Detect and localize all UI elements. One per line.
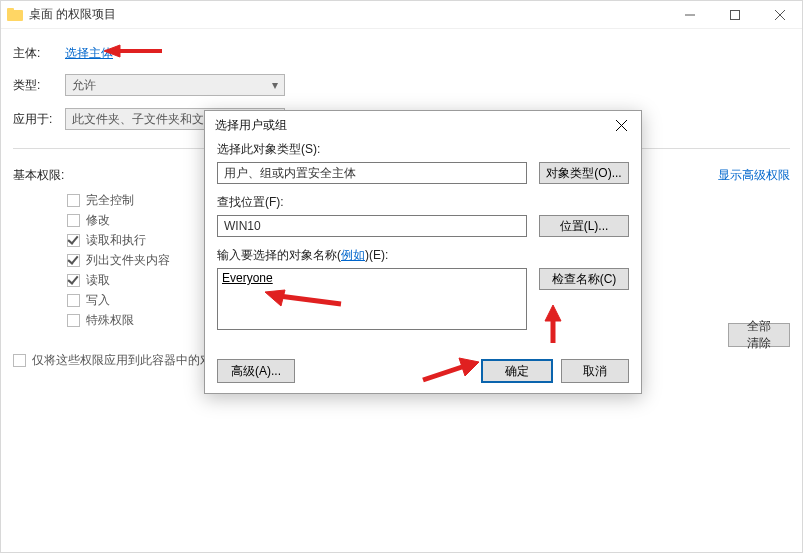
cancel-button-label: 取消 <box>583 363 607 380</box>
object-type-value: 用户、组或内置安全主体 <box>224 165 356 182</box>
clear-all-button[interactable]: 全部清除 <box>728 323 790 347</box>
applies-label: 应用于: <box>13 111 65 128</box>
basic-permissions-label: 基本权限: <box>13 167 64 184</box>
checkbox[interactable] <box>67 234 80 247</box>
dialog-close-button[interactable] <box>601 111 641 139</box>
principal-row: 主体: 选择主体 <box>13 45 790 62</box>
maximize-button[interactable] <box>712 1 757 29</box>
name-label-pre: 输入要选择的对象名称( <box>217 248 341 262</box>
advanced-button-label: 高级(A)... <box>231 363 281 380</box>
checkbox[interactable] <box>67 274 80 287</box>
permission-label: 列出文件夹内容 <box>86 252 170 269</box>
principal-label: 主体: <box>13 45 65 62</box>
locations-button[interactable]: 位置(L)... <box>539 215 629 237</box>
example-link[interactable]: 例如 <box>341 248 365 262</box>
select-principal-link[interactable]: 选择主体 <box>65 45 113 62</box>
location-row: WIN10 位置(L)... <box>217 215 629 237</box>
parent-window-title: 桌面 的权限项目 <box>29 6 667 23</box>
show-advanced-link[interactable]: 显示高级权限 <box>718 167 790 184</box>
svg-rect-1 <box>730 10 739 19</box>
permission-label: 读取 <box>86 272 110 289</box>
name-label-post: )(E): <box>365 248 388 262</box>
dialog-body: 选择此对象类型(S): 用户、组或内置安全主体 对象类型(O)... 查找位置(… <box>217 141 629 393</box>
ok-button-label: 确定 <box>505 363 529 380</box>
checkbox[interactable] <box>13 354 26 367</box>
object-names-row: Everyone 检查名称(C) <box>217 268 629 330</box>
location-field[interactable]: WIN10 <box>217 215 527 237</box>
dialog-titlebar: 选择用户或组 <box>205 111 641 139</box>
type-row: 类型: 允许 ▾ <box>13 74 790 96</box>
permission-label: 完全控制 <box>86 192 134 209</box>
check-names-button[interactable]: 检查名称(C) <box>539 268 629 290</box>
checkbox[interactable] <box>67 214 80 227</box>
checkbox[interactable] <box>67 254 80 267</box>
permission-label: 特殊权限 <box>86 312 134 329</box>
type-select[interactable]: 允许 ▾ <box>65 74 285 96</box>
object-type-label: 选择此对象类型(S): <box>217 141 629 158</box>
object-names-label: 输入要选择的对象名称(例如)(E): <box>217 247 629 264</box>
cancel-button[interactable]: 取消 <box>561 359 629 383</box>
advanced-button[interactable]: 高级(A)... <box>217 359 295 383</box>
parent-titlebar: 桌面 的权限项目 <box>1 1 802 29</box>
location-value: WIN10 <box>224 219 261 233</box>
object-name-value: Everyone <box>222 271 273 285</box>
type-label: 类型: <box>13 77 65 94</box>
minimize-button[interactable] <box>667 1 712 29</box>
clear-all-label: 全部清除 <box>747 318 771 352</box>
check-names-button-label: 检查名称(C) <box>552 271 617 288</box>
location-label: 查找位置(F): <box>217 194 629 211</box>
locations-button-label: 位置(L)... <box>560 218 609 235</box>
checkbox[interactable] <box>67 194 80 207</box>
object-types-button-label: 对象类型(O)... <box>546 165 621 182</box>
close-button[interactable] <box>757 1 802 29</box>
type-select-value: 允许 <box>72 77 96 94</box>
select-user-group-dialog: 选择用户或组 选择此对象类型(S): 用户、组或内置安全主体 对象类型(O)..… <box>204 110 642 394</box>
checkbox[interactable] <box>67 294 80 307</box>
object-type-row: 用户、组或内置安全主体 对象类型(O)... <box>217 162 629 184</box>
object-names-input[interactable]: Everyone <box>217 268 527 330</box>
dialog-title: 选择用户或组 <box>215 117 601 134</box>
checkbox[interactable] <box>67 314 80 327</box>
object-types-button[interactable]: 对象类型(O)... <box>539 162 629 184</box>
permission-label: 写入 <box>86 292 110 309</box>
dialog-footer: 高级(A)... 确定 取消 <box>217 359 629 383</box>
folder-icon <box>7 8 23 22</box>
chevron-down-icon: ▾ <box>272 78 278 92</box>
ok-button[interactable]: 确定 <box>481 359 553 383</box>
applies-select-value: 此文件夹、子文件夹和文件 <box>72 111 216 128</box>
permission-label: 读取和执行 <box>86 232 146 249</box>
permission-label: 修改 <box>86 212 110 229</box>
object-type-field[interactable]: 用户、组或内置安全主体 <box>217 162 527 184</box>
